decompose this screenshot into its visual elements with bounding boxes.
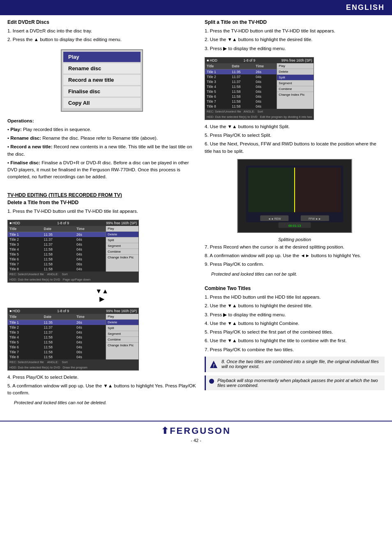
col-date-1: Date <box>42 226 75 232</box>
hdd-table-left-1: Title Date Time Title 111:3526s Title 21… <box>8 226 106 272</box>
menu-item-rename[interactable]: Rename disc <box>63 63 141 74</box>
table-row[interactable]: Title 511:5804s <box>205 89 277 94</box>
table-row[interactable]: Title 211:3704s <box>8 237 106 242</box>
tvhdd-heading: TV-HDD EDITING (TITLES RECORDED FROM TV) <box>7 192 196 198</box>
hdd-range-right: 1-8 of 9 <box>243 58 255 62</box>
table-row[interactable]: Title 811:5804s <box>8 355 106 359</box>
combine-note-2-text: Playback will stop momentarily when play… <box>217 378 381 388</box>
combine-heading: Combine Two Titles <box>205 286 385 291</box>
side-menu-split-1[interactable]: Split <box>106 237 138 243</box>
table-row[interactable]: Title 111:3526s <box>8 232 106 237</box>
col-title-r: Title <box>205 63 230 69</box>
table-row[interactable]: Title 211:3704s <box>205 74 277 79</box>
footer-hdd-1: HDD: Dub the selected file(s) to DVD Pag… <box>9 278 90 281</box>
svg-text:FFW ►►: FFW ►► <box>309 217 321 220</box>
table-row[interactable]: Title 611:5804s <box>8 257 106 262</box>
delete-heading: Delete a Title from the TV-HDD <box>7 200 196 205</box>
split-protected-note: Protected and locked titles can not be s… <box>211 271 378 278</box>
table-row[interactable]: Title 511:5804s <box>8 340 106 345</box>
col-time-r: Time <box>254 63 277 69</box>
side-menu-play-2[interactable]: Play <box>106 314 138 320</box>
op-play: • Play: Play recorded titles in sequence… <box>7 126 196 133</box>
hdd-header-2: ■ HDD 1-8 of 9 99% free 160h (SP) <box>8 308 138 314</box>
side-menu-segment-r[interactable]: Segment <box>277 81 314 86</box>
table-row[interactable]: Title 411:5804s <box>8 247 106 252</box>
hdd-footer-2: REC: Select/Unselect file ANGLE: Sort <box>8 359 138 365</box>
table-row[interactable]: Title 711:5806s <box>8 350 106 355</box>
split-heading: Split a Title on the TV-HDD <box>205 19 385 25</box>
op-record: • Record a new title: Record new content… <box>7 143 196 158</box>
hdd-footer-1: REC: Select/Unselect file ANGLE: Sort <box>8 272 138 277</box>
menu-item-finalise[interactable]: Finalise disc <box>63 86 141 97</box>
table-row[interactable]: Title 411:5804s <box>205 84 277 89</box>
hdd-body-right: Title Date Time Title 111:3526s Title 21… <box>205 63 314 109</box>
combine-step-4: 4. Use the ▼▲ buttons to highlight Combi… <box>205 320 385 327</box>
table-row[interactable]: Title 211:3704s <box>8 325 106 330</box>
table-row[interactable]: Title 811:5804s <box>8 267 106 272</box>
table-row[interactable]: Title 111:3526s <box>205 69 277 74</box>
edit-dvd-heading: Edit DVD±R Discs <box>7 19 196 25</box>
page-footer: ⬆FERGUSON - 42 - <box>0 421 392 447</box>
side-menu-changeindex-1[interactable]: Change Index Pic <box>106 255 138 260</box>
col-time-1: Time <box>75 226 106 232</box>
side-menu-segment-1[interactable]: Segment <box>106 243 138 249</box>
menu-item-play[interactable]: Play <box>63 52 141 62</box>
dvd-menu-box: Play Rename disc Record a new title Fina… <box>61 49 143 112</box>
table-row[interactable]: Title 711:5804s <box>205 99 277 104</box>
side-menu-play-1[interactable]: Play <box>106 226 138 232</box>
side-menu-segment-2[interactable]: Segment <box>106 331 138 337</box>
side-menu-delete-2[interactable]: Delete <box>106 320 138 325</box>
split-image-svg: ◄◄ REW FFW ►► 00:01:13 <box>238 159 351 233</box>
hdd-footer-2b: HDD: Dub the selected file(s) to DVD Dra… <box>8 365 138 370</box>
table-row[interactable]: Title 311:3704s <box>8 330 106 335</box>
table-row[interactable]: Title 511:5804s <box>8 252 106 257</box>
combine-note-1-text: 8. Once the two titles are combined into… <box>221 359 381 369</box>
hdd-data-table-right: Title Date Time Title 111:3526s Title 21… <box>205 63 277 109</box>
table-row[interactable]: Title 311:3704s <box>205 79 277 84</box>
split-step-6: 6. Use the Next, Previous, FFW and RWD b… <box>205 140 385 155</box>
side-menu-split-r[interactable]: Split <box>277 75 314 81</box>
svg-text:00:01:13: 00:01:13 <box>288 224 301 228</box>
table-row[interactable]: Title 811:5804s <box>205 104 277 109</box>
side-menu-combine-2[interactable]: Combine <box>106 337 138 343</box>
side-menu-combine-r[interactable]: Combine <box>277 86 314 92</box>
hdd-table-1-container: ■ HDD 1-8 of 9 99% free 160h (SP) Title … <box>7 216 139 286</box>
split-step-7: 7. Press Record when the cursor is at th… <box>205 244 385 251</box>
table-row[interactable]: Title 311:3704s <box>8 242 106 247</box>
delete-step-1: 1. Press the TV-HDD button until the TV-… <box>7 208 196 215</box>
side-menu-play-r[interactable]: Play <box>277 63 314 69</box>
hdd-table-2: ■ HDD 1-8 of 9 99% free 160h (SP) Title … <box>7 308 139 371</box>
page-number: - 42 - <box>4 438 388 443</box>
hdd-footer-1b: HDD: Dub the selected file(s) to DVD Pag… <box>8 277 138 282</box>
footer-hdd-r: HDD: Dub the selected file(s) to DVD Edi… <box>207 115 312 119</box>
side-menu-delete-1[interactable]: Delete <box>106 232 138 237</box>
col-date-2: Date <box>42 314 75 320</box>
table-row[interactable]: Title 611:5804s <box>8 345 106 350</box>
hdd-label-right: ■ HDD <box>207 58 217 62</box>
combine-section: Combine Two Titles 1. Press the HDD butt… <box>205 286 385 390</box>
svg-rect-3 <box>248 168 295 212</box>
hdd-header-1: ■ HDD 1-8 of 9 99% free 160h (SP) <box>8 220 138 226</box>
side-menu-right: Play Delete Split Segment Combine Change… <box>277 63 314 109</box>
page-content: Edit DVD±R Discs 1. Insert a DVD±R disc … <box>0 15 392 412</box>
side-menu-changeindex-r[interactable]: Change Index Pic <box>277 92 314 97</box>
page-header: ENGLISH <box>0 0 392 15</box>
side-menu-1: Play Delete Split Segment Combine Change… <box>106 226 138 272</box>
table-row[interactable]: Title 711:5806s <box>8 262 106 267</box>
table-row[interactable]: Title 611:5804s <box>205 94 277 99</box>
menu-item-record[interactable]: Record a new title <box>63 75 141 85</box>
menu-item-copyall[interactable]: Copy All <box>63 98 141 108</box>
side-menu-combine-1[interactable]: Combine <box>106 249 138 255</box>
table-row[interactable]: Title 411:5804s <box>8 335 106 340</box>
edit-step-1: 1. Insert a DVD±R disc into the disc tra… <box>7 28 196 35</box>
hdd-data-table-2: Title Date Time Title 111:3526s Title 21… <box>8 314 106 359</box>
hdd-footer-right: REC: Select/Unselect file ANGLE: Sort <box>205 109 314 114</box>
table-row[interactable]: Title 111:3526s <box>8 320 106 325</box>
side-menu-delete-r[interactable]: Delete <box>277 69 314 75</box>
hdd-header-right: ■ HDD 1-8 of 9 99% free 160h (SP) <box>205 58 314 63</box>
combine-step-5: 5. Press Play/OK to select the first par… <box>205 329 385 336</box>
side-menu-split-2[interactable]: Split <box>106 325 138 331</box>
side-menu-changeindex-2[interactable]: Change Index Pic <box>106 343 138 348</box>
edit-step-2: 2. Press the ▲ button to display the dis… <box>7 36 196 43</box>
split-step-3: 3. Press ▶ to display the editing menu. <box>205 45 385 52</box>
